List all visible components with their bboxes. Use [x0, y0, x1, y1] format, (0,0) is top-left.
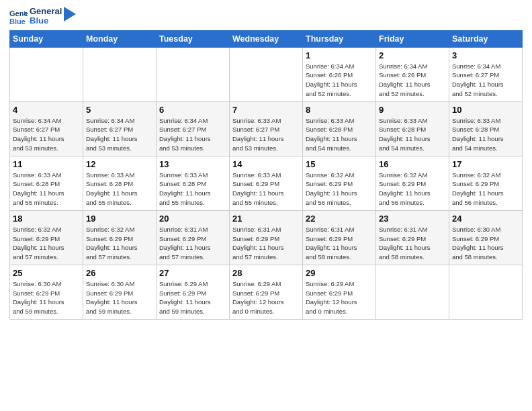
calendar-cell: 5Sunrise: 6:34 AM Sunset: 6:27 PM Daylig… — [83, 101, 157, 156]
calendar-cell: 15Sunrise: 6:32 AM Sunset: 6:29 PM Dayli… — [303, 156, 376, 210]
day-info: Sunrise: 6:32 AM Sunset: 6:29 PM Dayligh… — [379, 171, 446, 208]
calendar-table: SundayMondayTuesdayWednesdayThursdayFrid… — [9, 30, 523, 320]
day-number: 11 — [13, 159, 80, 169]
day-number: 29 — [306, 268, 373, 278]
day-number: 13 — [159, 159, 226, 169]
day-info: Sunrise: 6:32 AM Sunset: 6:29 PM Dayligh… — [452, 171, 519, 208]
calendar-cell: 24Sunrise: 6:30 AM Sunset: 6:29 PM Dayli… — [449, 210, 523, 265]
day-info: Sunrise: 6:29 AM Sunset: 6:29 PM Dayligh… — [232, 279, 300, 316]
calendar-week: 1Sunrise: 6:34 AM Sunset: 6:26 PM Daylig… — [10, 47, 523, 101]
day-info: Sunrise: 6:30 AM Sunset: 6:29 PM Dayligh… — [452, 225, 519, 262]
day-number: 19 — [86, 214, 153, 224]
day-number: 14 — [232, 159, 300, 169]
logo-blue: Blue — [30, 16, 62, 26]
calendar-cell: 20Sunrise: 6:31 AM Sunset: 6:29 PM Dayli… — [157, 210, 230, 265]
calendar-cell: 27Sunrise: 6:29 AM Sunset: 6:29 PM Dayli… — [157, 265, 230, 319]
day-info: Sunrise: 6:29 AM Sunset: 6:29 PM Dayligh… — [306, 279, 373, 316]
day-number: 1 — [306, 50, 373, 60]
day-number: 6 — [159, 105, 226, 115]
calendar-cell — [376, 265, 449, 319]
calendar-cell — [157, 47, 230, 101]
day-info: Sunrise: 6:33 AM Sunset: 6:28 PM Dayligh… — [379, 116, 446, 153]
calendar-cell: 18Sunrise: 6:32 AM Sunset: 6:29 PM Dayli… — [10, 210, 83, 265]
day-info: Sunrise: 6:31 AM Sunset: 6:29 PM Dayligh… — [306, 225, 373, 262]
day-number: 25 — [13, 268, 80, 278]
calendar-week: 18Sunrise: 6:32 AM Sunset: 6:29 PM Dayli… — [10, 210, 523, 265]
day-info: Sunrise: 6:30 AM Sunset: 6:29 PM Dayligh… — [13, 279, 80, 316]
day-number: 16 — [379, 159, 446, 169]
header-day: Thursday — [303, 30, 376, 47]
day-number: 24 — [452, 214, 519, 224]
day-number: 21 — [232, 214, 300, 224]
day-info: Sunrise: 6:33 AM Sunset: 6:27 PM Dayligh… — [232, 116, 300, 153]
calendar-cell: 13Sunrise: 6:33 AM Sunset: 6:28 PM Dayli… — [157, 156, 230, 210]
calendar-cell: 3Sunrise: 6:34 AM Sunset: 6:27 PM Daylig… — [449, 47, 523, 101]
header-day: Friday — [376, 30, 449, 47]
calendar-cell: 22Sunrise: 6:31 AM Sunset: 6:29 PM Dayli… — [303, 210, 376, 265]
calendar-cell: 10Sunrise: 6:33 AM Sunset: 6:28 PM Dayli… — [449, 101, 523, 156]
day-number: 5 — [86, 105, 153, 115]
calendar-cell: 25Sunrise: 6:30 AM Sunset: 6:29 PM Dayli… — [10, 265, 83, 319]
calendar-cell: 6Sunrise: 6:34 AM Sunset: 6:27 PM Daylig… — [157, 101, 230, 156]
day-info: Sunrise: 6:33 AM Sunset: 6:28 PM Dayligh… — [452, 116, 519, 153]
calendar-cell: 21Sunrise: 6:31 AM Sunset: 6:29 PM Dayli… — [230, 210, 303, 265]
day-info: Sunrise: 6:32 AM Sunset: 6:29 PM Dayligh… — [86, 225, 153, 262]
day-info: Sunrise: 6:29 AM Sunset: 6:29 PM Dayligh… — [159, 279, 226, 316]
logo-general: General — [30, 7, 62, 16]
day-info: Sunrise: 6:33 AM Sunset: 6:28 PM Dayligh… — [159, 171, 226, 208]
day-info: Sunrise: 6:33 AM Sunset: 6:28 PM Dayligh… — [86, 171, 153, 208]
logo-icon: General Blue — [9, 7, 28, 26]
calendar-week: 4Sunrise: 6:34 AM Sunset: 6:27 PM Daylig… — [10, 101, 523, 156]
calendar-cell: 12Sunrise: 6:33 AM Sunset: 6:28 PM Dayli… — [83, 156, 157, 210]
calendar-cell: 11Sunrise: 6:33 AM Sunset: 6:28 PM Dayli… — [10, 156, 83, 210]
day-number: 3 — [452, 50, 519, 60]
page-header: General Blue General Blue — [9, 7, 523, 26]
day-info: Sunrise: 6:30 AM Sunset: 6:29 PM Dayligh… — [86, 279, 153, 316]
day-number: 18 — [13, 214, 80, 224]
day-info: Sunrise: 6:31 AM Sunset: 6:29 PM Dayligh… — [159, 225, 226, 262]
svg-text:Blue: Blue — [9, 17, 26, 26]
day-number: 2 — [379, 50, 446, 60]
header-day: Monday — [83, 30, 157, 47]
header-day: Wednesday — [230, 30, 303, 47]
day-number: 15 — [306, 159, 373, 169]
header-day: Tuesday — [157, 30, 230, 47]
day-number: 27 — [159, 268, 226, 278]
day-info: Sunrise: 6:34 AM Sunset: 6:27 PM Dayligh… — [159, 116, 226, 153]
header-day: Sunday — [10, 30, 83, 47]
calendar-cell: 28Sunrise: 6:29 AM Sunset: 6:29 PM Dayli… — [230, 265, 303, 319]
day-info: Sunrise: 6:32 AM Sunset: 6:29 PM Dayligh… — [13, 225, 80, 262]
calendar-cell — [230, 47, 303, 101]
day-number: 8 — [306, 105, 373, 115]
day-number: 12 — [86, 159, 153, 169]
svg-marker-3 — [64, 7, 76, 21]
calendar-cell: 8Sunrise: 6:33 AM Sunset: 6:28 PM Daylig… — [303, 101, 376, 156]
day-info: Sunrise: 6:31 AM Sunset: 6:29 PM Dayligh… — [379, 225, 446, 262]
day-number: 22 — [306, 214, 373, 224]
header-row: SundayMondayTuesdayWednesdayThursdayFrid… — [10, 30, 523, 47]
header-day: Saturday — [449, 30, 523, 47]
day-info: Sunrise: 6:34 AM Sunset: 6:27 PM Dayligh… — [452, 62, 519, 99]
day-info: Sunrise: 6:34 AM Sunset: 6:27 PM Dayligh… — [13, 116, 80, 153]
calendar-week: 11Sunrise: 6:33 AM Sunset: 6:28 PM Dayli… — [10, 156, 523, 210]
day-info: Sunrise: 6:34 AM Sunset: 6:26 PM Dayligh… — [379, 62, 446, 99]
logo: General Blue General Blue — [9, 7, 76, 26]
day-number: 26 — [86, 268, 153, 278]
calendar-cell: 14Sunrise: 6:33 AM Sunset: 6:29 PM Dayli… — [230, 156, 303, 210]
calendar-cell — [83, 47, 157, 101]
day-info: Sunrise: 6:34 AM Sunset: 6:26 PM Dayligh… — [306, 62, 373, 99]
day-number: 20 — [159, 214, 226, 224]
day-info: Sunrise: 6:31 AM Sunset: 6:29 PM Dayligh… — [232, 225, 300, 262]
day-info: Sunrise: 6:34 AM Sunset: 6:27 PM Dayligh… — [86, 116, 153, 153]
calendar-cell: 16Sunrise: 6:32 AM Sunset: 6:29 PM Dayli… — [376, 156, 449, 210]
day-number: 28 — [232, 268, 300, 278]
calendar-week: 25Sunrise: 6:30 AM Sunset: 6:29 PM Dayli… — [10, 265, 523, 319]
calendar-cell: 4Sunrise: 6:34 AM Sunset: 6:27 PM Daylig… — [10, 101, 83, 156]
day-number: 10 — [452, 105, 519, 115]
day-info: Sunrise: 6:33 AM Sunset: 6:28 PM Dayligh… — [306, 116, 373, 153]
calendar-cell: 26Sunrise: 6:30 AM Sunset: 6:29 PM Dayli… — [83, 265, 157, 319]
calendar-cell — [449, 265, 523, 319]
calendar-cell: 23Sunrise: 6:31 AM Sunset: 6:29 PM Dayli… — [376, 210, 449, 265]
day-number: 9 — [379, 105, 446, 115]
calendar-cell: 1Sunrise: 6:34 AM Sunset: 6:26 PM Daylig… — [303, 47, 376, 101]
